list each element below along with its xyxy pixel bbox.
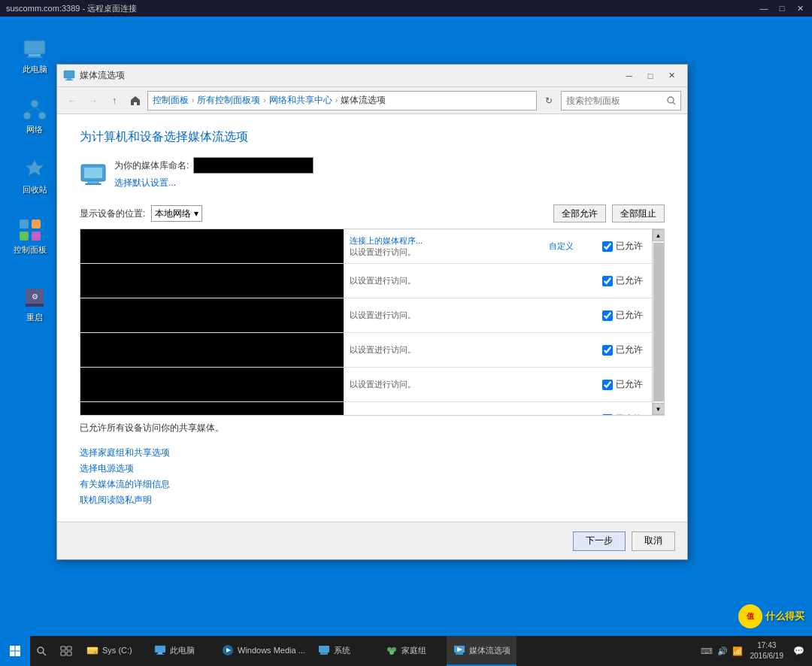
taskbar-item-wm-label: Windows Media ... <box>238 646 305 655</box>
link-power[interactable]: 选择电源选项 <box>80 462 665 475</box>
svg-rect-39 <box>158 652 162 654</box>
device-desc-4: 以设置进行访问。 <box>350 379 571 390</box>
breadcrumb-sep1: › <box>192 96 194 104</box>
device-text-5: 以设置进行访问。 <box>344 410 577 415</box>
win-restore-btn[interactable]: □ <box>641 68 660 84</box>
svg-rect-22 <box>84 168 102 178</box>
svg-rect-18 <box>65 80 73 80</box>
svg-rect-34 <box>67 652 71 655</box>
taskbar-item-homegroup[interactable]: 家庭组 <box>379 636 447 666</box>
device-location-select[interactable]: 本地网络 ▾ <box>151 205 202 222</box>
taskbar-item-thispc-label: 此电脑 <box>170 645 195 656</box>
device-checkbox-4[interactable] <box>602 380 613 390</box>
device-text-0: 连接上的媒体程序... 以设置进行访问。 <box>344 232 546 261</box>
desktop-icon-this-pc[interactable]: 此电脑 <box>12 38 57 74</box>
refresh-btn[interactable]: ↻ <box>540 92 558 110</box>
device-checkbox-1[interactable] <box>602 276 613 286</box>
taskbar-item-system-label: 系统 <box>334 645 350 656</box>
rdp-restore-btn[interactable]: □ <box>776 2 788 14</box>
link-privacy[interactable]: 联机阅读隐私声明 <box>80 494 665 507</box>
task-view-btn[interactable] <box>53 636 80 666</box>
device-name-link-0[interactable]: 连接上的媒体程序... <box>350 235 540 247</box>
rdp-close-btn[interactable]: ✕ <box>794 2 806 14</box>
search-icon <box>667 96 676 105</box>
device-desc-0: 以设置进行访问。 <box>350 247 540 258</box>
control-panel-label: 控制面板 <box>14 244 47 255</box>
svg-rect-27 <box>10 652 15 657</box>
library-name-form: 为你的媒体库命名: 选择默认设置... <box>114 157 314 189</box>
taskbar-item-mediastream-label: 媒体流选项 <box>469 645 511 656</box>
svg-rect-36 <box>87 647 98 650</box>
block-all-btn[interactable]: 全部阻止 <box>612 204 665 223</box>
customize-btn-0[interactable]: 自定义 <box>546 241 577 252</box>
device-status-label-2: 已允许 <box>616 309 643 322</box>
link-details[interactable]: 有关媒体流的详细信息 <box>80 478 665 491</box>
win-content: 为计算机和设备选择媒体流选项 为你的媒体库命名: 选择 <box>57 114 687 522</box>
scroll-down-btn[interactable]: ▼ <box>653 403 665 415</box>
taskbar-items: Sys (C:) 此电脑 <box>80 636 695 666</box>
breadcrumb-part2[interactable]: 所有控制面板项 <box>197 94 260 107</box>
notification-btn[interactable]: 💬 <box>791 636 806 666</box>
breadcrumb-part3[interactable]: 网络和共享中心 <box>269 94 332 107</box>
svg-rect-44 <box>320 652 328 655</box>
device-row-0: 连接上的媒体程序... 以设置进行访问。 自定义 已允许 <box>80 229 652 264</box>
win-close-btn[interactable]: ✕ <box>662 68 681 84</box>
library-name-input[interactable] <box>193 157 314 174</box>
svg-rect-49 <box>456 652 463 655</box>
desktop-icon-control-panel[interactable]: 控制面板 <box>8 218 53 255</box>
restart-label: 重启 <box>26 312 43 322</box>
device-desc-5: 以设置进行访问。 <box>350 413 571 415</box>
svg-rect-26 <box>16 646 21 651</box>
device-checkbox-3[interactable] <box>602 345 613 356</box>
svg-line-7 <box>35 107 42 112</box>
up-btn[interactable]: ↑ <box>105 92 123 110</box>
scroll-thumb[interactable] <box>653 243 664 401</box>
svg-point-5 <box>38 112 46 120</box>
device-checkbox-2[interactable] <box>602 310 613 321</box>
dropdown-arrow-icon: ▾ <box>194 208 198 219</box>
device-checkbox-5[interactable] <box>602 414 613 416</box>
taskbar-item-sysc[interactable]: Sys (C:) <box>80 636 147 666</box>
taskbar-item-mediastream[interactable]: 媒体流选项 <box>447 636 517 666</box>
search-input[interactable] <box>566 95 664 106</box>
svg-point-3 <box>31 100 38 107</box>
taskbar-item-wm[interactable]: Windows Media ... <box>215 636 311 666</box>
library-name-row: 为你的媒体库命名: 选择默认设置... <box>80 157 665 189</box>
summary-text: 已允许所有设备访问你的共享媒体。 <box>80 422 665 434</box>
svg-rect-10 <box>32 219 41 229</box>
desktop-icon-network[interactable]: 网络 <box>12 98 57 135</box>
svg-rect-0 <box>24 41 45 54</box>
device-list: 连接上的媒体程序... 以设置进行访问。 自定义 已允许 以设置进 <box>80 229 652 415</box>
restart-icon: ⚙ <box>23 286 47 310</box>
desktop: suscomm.com:3389 - 远程桌面连接 — □ ✕ 此电脑 <box>0 0 812 666</box>
win-minimize-btn[interactable]: ─ <box>620 68 639 84</box>
back-btn[interactable]: ← <box>63 92 81 110</box>
default-settings-link[interactable]: 选择默认设置... <box>114 177 314 189</box>
device-checkbox-0[interactable] <box>602 241 613 252</box>
device-list-scrollbar[interactable]: ▲ ▼ <box>652 229 664 415</box>
next-btn[interactable]: 下一步 <box>573 531 626 551</box>
device-icon-0 <box>80 229 344 263</box>
rdp-minimize-btn[interactable]: — <box>758 2 770 14</box>
taskbar-item-system[interactable]: 系统 <box>311 636 379 666</box>
desktop-icon-restart[interactable]: ⚙ 重启 <box>12 286 57 322</box>
recycle-bin-label: 回收站 <box>23 184 47 195</box>
breadcrumb-part1[interactable]: 控制面板 <box>153 94 189 107</box>
device-text-2: 以设置进行访问。 <box>344 307 577 324</box>
links-section: 选择家庭组和共享选项 选择电源选项 有关媒体流的详细信息 联机阅读隐私声明 <box>80 447 665 507</box>
taskbar-item-thispc[interactable]: 此电脑 <box>147 636 215 666</box>
cancel-btn[interactable]: 取消 <box>632 531 675 551</box>
allow-all-btn[interactable]: 全部允许 <box>553 204 606 223</box>
breadcrumb-part4: 媒体流选项 <box>341 94 386 107</box>
link-homegroup[interactable]: 选择家庭组和共享选项 <box>80 447 665 459</box>
start-btn[interactable] <box>0 636 30 666</box>
forward-btn[interactable]: → <box>84 92 102 110</box>
svg-point-47 <box>389 650 394 655</box>
taskbar-search-btn[interactable] <box>30 636 53 666</box>
rdp-title: suscomm.com:3389 - 远程桌面连接 <box>6 3 137 14</box>
desktop-icon-recycle-bin[interactable]: 回收站 <box>12 158 57 195</box>
home-btn[interactable] <box>126 92 144 110</box>
scroll-up-btn[interactable]: ▲ <box>653 229 665 241</box>
taskbar-clock[interactable]: 17:43 2016/6/19 <box>747 640 787 661</box>
win-titlebar: 媒体流选项 ─ □ ✕ <box>57 65 687 87</box>
